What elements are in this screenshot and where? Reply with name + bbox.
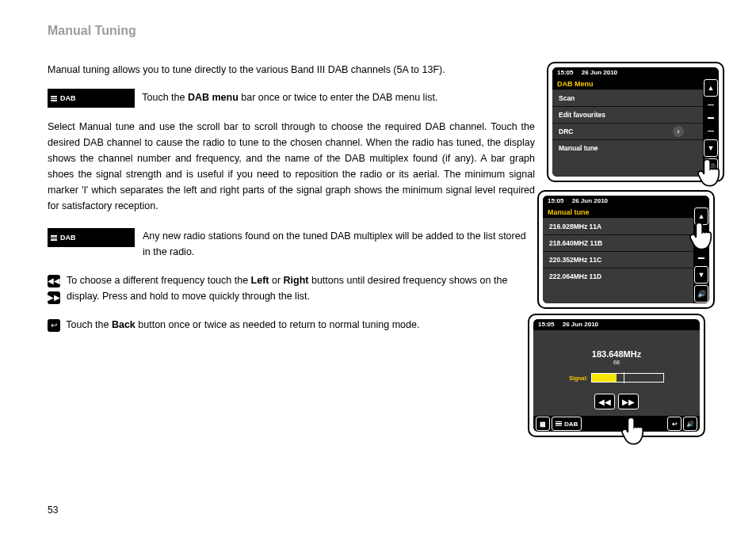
screen-dab-menu: 15:05 26 Jun 2010 DAB Menu Scan Edit fav… [547, 62, 724, 182]
menu-item-drc[interactable]: DRC › [552, 124, 703, 140]
status-bar: 15:05 26 Jun 2010 [543, 196, 709, 207]
volume-button[interactable]: 🔊 [704, 158, 718, 176]
scroll-column: ▲ ▼ 🔊 [693, 207, 709, 303]
bold-text: Right [284, 275, 309, 286]
text-fragment: Touch the [66, 319, 112, 330]
dab-chip-label: DAB [60, 234, 76, 242]
back-button[interactable]: ↩ [667, 417, 682, 431]
dab-label: DAB [564, 421, 578, 428]
page-title: Manual Tuning [48, 24, 136, 38]
screen-tuning: 15:05 26 Jun 2010 183.648MHz 68 Signal: … [528, 314, 705, 437]
freq-right-button[interactable]: ▶▶ [618, 394, 639, 409]
menu-item-scan[interactable]: Scan [552, 90, 703, 107]
signal-label: Signal: [569, 375, 587, 381]
forward-icon: ▶▶ [48, 291, 60, 304]
text-fragment: To choose a different frequency touch th… [67, 275, 251, 286]
volume-button[interactable]: 🔊 [683, 417, 697, 431]
freq-left-button[interactable]: ◀◀ [594, 394, 615, 409]
signal-bar [591, 373, 664, 383]
tuned-frequency: 183.648MHz [533, 349, 700, 359]
menu-bars-icon [51, 234, 57, 242]
scroll-column: ▲ ▼ 🔊 [703, 78, 719, 177]
channel-row[interactable]: 216.928MHz 11A [543, 219, 693, 235]
bottom-bar: ▦ DAB ↩ 🔊 [533, 416, 700, 432]
chevron-right-icon[interactable]: › [673, 126, 684, 137]
scroll-down-button[interactable]: ▼ [704, 139, 718, 157]
rewind-icon: ◀◀ [48, 275, 60, 287]
bold-text: Back [112, 319, 136, 330]
back-instruction: ↩ Touch the Back button once or twice as… [48, 317, 535, 333]
text-fragment: Touch the [142, 92, 188, 103]
back-icon: ↩ [48, 319, 60, 332]
screen-heading: DAB Menu [552, 78, 703, 90]
channel-row[interactable]: 222.064MHz 11D [543, 268, 693, 284]
tuned-sub: 68 [533, 360, 700, 365]
new-stations-note: DAB Any new radio stations found on the … [48, 228, 535, 260]
paragraph-manual-tune: Select Manual tune and use the scroll ba… [48, 119, 535, 214]
text-fragment: button once or twice as needed to return… [136, 319, 420, 330]
dab-chip: DAB [48, 228, 135, 247]
channel-row[interactable]: 220.352MHz 11C [543, 252, 693, 268]
status-date: 26 Jun 2010 [563, 321, 598, 328]
status-time: 15:05 [557, 69, 573, 76]
dab-chip-label: DAB [60, 94, 76, 102]
menu-label: DRC [559, 128, 573, 135]
status-date: 26 Jun 2010 [582, 69, 617, 76]
status-date: 26 Jun 2010 [572, 197, 608, 204]
status-bar: 15:05 26 Jun 2010 [533, 319, 700, 330]
status-bar: 15:05 26 Jun 2010 [552, 67, 719, 78]
signal-row: Signal: [533, 373, 700, 383]
menu-bars-icon [556, 421, 562, 428]
dab-menu-instruction: DAB Touch the DAB menu bar once or twice… [48, 89, 535, 108]
dab-menu-button[interactable]: DAB [552, 417, 582, 431]
screen-manual-tune-list: 15:05 26 Jun 2010 Manual tune 216.928MHz… [537, 190, 715, 309]
dab-chip: DAB [48, 89, 135, 108]
signal-fill [592, 374, 617, 382]
scroll-down-button[interactable]: ▼ [694, 266, 708, 284]
menu-item-manual-tune[interactable]: Manual tune [552, 140, 703, 172]
channel-row[interactable]: 218.640MHZ 11B [543, 235, 693, 252]
menu-bars-icon [51, 95, 57, 102]
grid-button[interactable]: ▦ [536, 417, 550, 431]
status-time: 15:05 [538, 321, 554, 328]
status-time: 15:05 [548, 197, 563, 204]
scroll-track[interactable] [708, 98, 714, 138]
screen-heading: Manual tune [543, 207, 693, 219]
scroll-track[interactable] [698, 227, 704, 265]
scroll-up-button[interactable]: ▲ [704, 79, 718, 97]
volume-button[interactable]: 🔊 [694, 285, 708, 303]
signal-min-marker [624, 372, 624, 383]
text-fragment: or [269, 275, 283, 286]
bold-text: Left [251, 275, 269, 286]
scroll-up-button[interactable]: ▲ [694, 207, 708, 225]
menu-item-edit-favourites[interactable]: Edit favourites [552, 107, 703, 124]
text-fragment: bar once or twice to enter the DAB menu … [239, 92, 438, 103]
page-number: 53 [48, 504, 58, 516]
bold-text: DAB menu [188, 92, 239, 103]
intro-text: Manual tuning allows you to tune directl… [48, 62, 535, 78]
frequency-nav-text: ◀◀ ▶▶ To choose a different frequency to… [48, 272, 535, 304]
text-fragment: Any new radio stations found on the tune… [143, 228, 535, 260]
